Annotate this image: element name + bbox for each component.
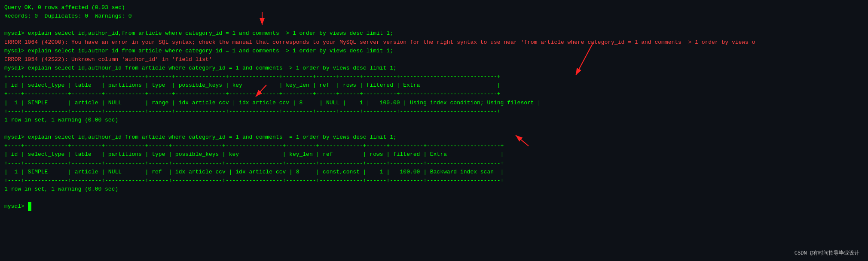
table2-header: | id | select_type | table | partitions …: [4, 150, 864, 159]
table2-border-mid: +----+-------------+---------+----------…: [4, 159, 864, 168]
line-rowset-2: 1 row in set, 1 warning (0.00 sec): [4, 185, 864, 194]
table1-header: | id | select_type | table | partitions …: [4, 81, 864, 90]
line-blank-2: [4, 124, 864, 133]
line-cmd-1: mysql> explain select id,author_id,from …: [4, 29, 864, 38]
watermark: CSDN @有时间指导毕业设计: [795, 249, 859, 257]
table2-border-bot: +----+-------------+---------+----------…: [4, 176, 864, 185]
line-query-ok: Query OK, 0 rows affected (0.03 sec): [4, 3, 864, 12]
table2-row: | 1 | SIMPLE | article | NULL | ref | id…: [4, 168, 864, 176]
line-error-1: ERROR 1064 (42000): You have an error in…: [4, 38, 864, 47]
line-records: Records: 0 Duplicates: 0 Warnings: 0: [4, 12, 864, 21]
table1-border-top: +----+-------------+---------+----------…: [4, 73, 864, 81]
terminal-window: Query OK, 0 rows affected (0.03 sec) Rec…: [0, 0, 868, 261]
table1-row: | 1 | SIMPLE | article | NULL | range | …: [4, 99, 864, 107]
line-error-2: ERROR 1054 (42S22): Unknown column 'auth…: [4, 55, 864, 64]
line-prompt[interactable]: mysql>: [4, 202, 864, 211]
line-blank-3: [4, 194, 864, 202]
line-blank-1: [4, 21, 864, 29]
line-cmd-4: mysql> explain select id,authour_id from…: [4, 133, 864, 142]
line-cmd-2: mysql> explain select id,author_id from …: [4, 47, 864, 55]
table1-border-bot: +----+-------------+---------+----------…: [4, 107, 864, 116]
line-cmd-3: mysql> explain select id,authour_id from…: [4, 64, 864, 73]
table1-border-mid: +----+-------------+---------+----------…: [4, 90, 864, 98]
table2-border-top: +----+-------------+---------+----------…: [4, 142, 864, 150]
line-rowset-1: 1 row in set, 1 warning (0.00 sec): [4, 116, 864, 124]
